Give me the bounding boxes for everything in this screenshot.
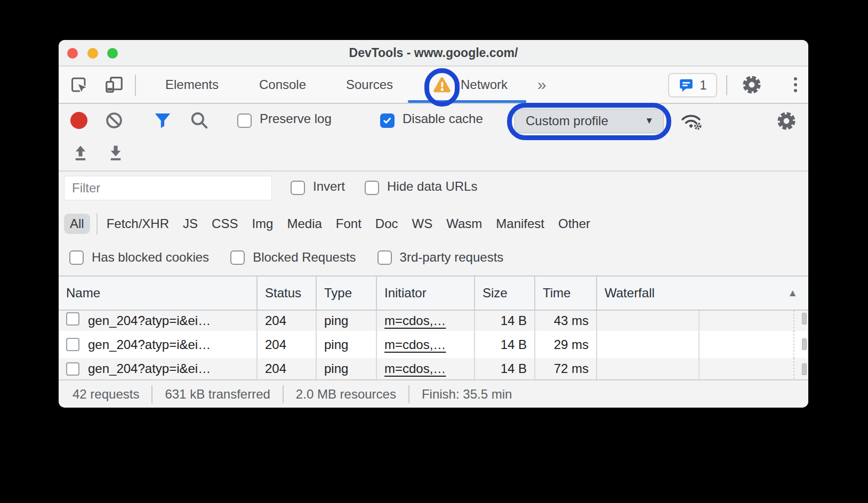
chevron-double-right-icon: » (537, 76, 546, 94)
issues-counter-button[interactable]: 1 (668, 73, 717, 98)
row-checkbox[interactable] (66, 338, 79, 351)
request-initiator-link[interactable]: m=cdos,… (384, 337, 446, 352)
har-toolbar (59, 137, 808, 172)
table-row[interactable]: gen_204?atyp=i&ei… 204 ping m=cdos,… 14 … (59, 358, 808, 379)
row-checkbox[interactable] (66, 362, 79, 376)
more-tabs-button[interactable]: » (531, 67, 553, 103)
search-icon (189, 110, 209, 130)
request-type: ping (317, 331, 377, 358)
request-status: 204 (258, 311, 317, 331)
select-arrow-icon: ▼ (645, 116, 654, 126)
wifi-gear-icon (680, 111, 702, 131)
block-icon (105, 111, 124, 130)
blocked-requests-checkbox[interactable]: Blocked Requests (230, 250, 356, 265)
type-filter-img[interactable]: Img (252, 216, 273, 231)
type-filter-other[interactable]: Other (558, 216, 590, 231)
request-size: 14 B (475, 311, 535, 331)
funnel-icon (152, 110, 173, 131)
filter-pane: Invert Hide data URLs All Fetch/XHR JS C… (59, 172, 808, 275)
divider (97, 213, 98, 234)
table-row[interactable]: gen_204?atyp=i&ei… 204 ping m=cdos,… 14 … (59, 311, 808, 331)
request-time: 29 ms (535, 331, 597, 358)
request-size: 14 B (475, 331, 535, 358)
tab-sources[interactable]: Sources (337, 67, 401, 103)
type-filter-doc[interactable]: Doc (375, 216, 398, 231)
request-type: ping (317, 358, 377, 379)
request-time: 43 ms (535, 311, 597, 331)
request-status: 204 (258, 331, 317, 358)
invert-checkbox[interactable] (291, 181, 305, 195)
column-header-initiator[interactable]: Initiator (377, 277, 475, 310)
devtools-tab-bar: Elements Console Sources Network » (59, 67, 808, 104)
third-party-requests-checkbox[interactable]: 3rd-party requests (377, 250, 504, 265)
request-initiator-link[interactable]: m=cdos,… (384, 361, 446, 376)
type-filter-manifest[interactable]: Manifest (496, 216, 544, 231)
export-har-button[interactable] (107, 144, 125, 162)
tab-elements[interactable]: Elements (163, 67, 221, 103)
inspect-element-icon[interactable] (68, 67, 90, 103)
type-filter-media[interactable]: Media (287, 216, 322, 231)
record-button[interactable] (70, 112, 87, 129)
resources-size: 2.0 MB resources (284, 387, 408, 402)
type-filter-fetch-xhr[interactable]: Fetch/XHR (107, 216, 169, 231)
import-har-button[interactable] (71, 144, 90, 162)
column-header-type[interactable]: Type (317, 277, 377, 310)
finish-time: Finish: 35.5 min (409, 387, 524, 402)
preserve-log-checkbox[interactable] (237, 113, 252, 128)
row-checkbox[interactable] (66, 312, 79, 326)
disable-cache-label[interactable]: Disable cache (403, 111, 483, 126)
devtools-window: DevTools - www.google.com/ Elements Cons… (59, 40, 808, 408)
tab-network[interactable]: Network (452, 67, 516, 103)
column-header-size[interactable]: Size (475, 277, 535, 310)
type-filter-js[interactable]: JS (183, 216, 198, 231)
resource-type-filters: All Fetch/XHR JS CSS Img Media Font Doc … (63, 207, 597, 241)
kebab-menu-icon[interactable] (788, 67, 803, 103)
request-name: gen_204?atyp=i&ei… (88, 361, 211, 376)
request-status: 204 (258, 358, 317, 379)
network-settings-gear-icon[interactable] (776, 111, 797, 131)
type-filter-font[interactable]: Font (336, 216, 361, 231)
clear-button[interactable] (105, 111, 124, 130)
waterfall-bar (802, 338, 807, 350)
request-initiator-link[interactable]: m=cdos,… (384, 313, 446, 328)
request-name: gen_204?atyp=i&ei… (88, 313, 211, 328)
type-filter-all[interactable]: All (64, 214, 90, 234)
waterfall-cell (597, 311, 808, 331)
settings-gear-icon[interactable] (741, 67, 762, 103)
request-time: 72 ms (535, 358, 597, 379)
issues-count: 1 (700, 78, 706, 93)
throttling-profile-select[interactable]: Custom profile ▼ (515, 109, 664, 133)
request-name: gen_204?atyp=i&ei… (88, 337, 211, 352)
window-title: DevTools - www.google.com/ (59, 40, 808, 66)
active-tab-underline (408, 100, 526, 103)
waterfall-bar (802, 313, 807, 324)
preserve-log-label[interactable]: Preserve log (260, 111, 332, 126)
disable-cache-checkbox[interactable] (380, 113, 395, 128)
divider (726, 75, 727, 95)
hide-data-urls-checkbox[interactable] (365, 181, 379, 195)
network-conditions-button[interactable] (680, 111, 702, 131)
column-header-waterfall[interactable]: Waterfall ▲ (597, 277, 808, 310)
type-filter-wasm[interactable]: Wasm (446, 216, 482, 231)
requests-table-header: Name Status Type Initiator Size Time Wat… (59, 275, 808, 311)
network-toolbar: Preserve log Disable cache Custom profil… (59, 104, 808, 137)
table-row[interactable]: gen_204?atyp=i&ei… 204 ping m=cdos,… 14 … (59, 331, 808, 358)
filter-input[interactable] (64, 176, 272, 200)
column-header-time[interactable]: Time (535, 277, 597, 310)
request-type: ping (317, 311, 377, 331)
filter-toggle-button[interactable] (152, 110, 173, 131)
chat-bubble-icon (678, 77, 694, 93)
search-button[interactable] (189, 110, 209, 130)
tab-console[interactable]: Console (253, 67, 312, 103)
hide-data-urls-label: Hide data URLs (387, 179, 477, 194)
column-header-status[interactable]: Status (258, 277, 317, 310)
type-filter-ws[interactable]: WS (412, 216, 433, 231)
download-icon (107, 144, 125, 162)
title-bar: DevTools - www.google.com/ (59, 40, 808, 67)
column-header-name[interactable]: Name (59, 277, 258, 310)
has-blocked-cookies-checkbox[interactable]: Has blocked cookies (69, 250, 209, 265)
sort-ascending-icon: ▲ (787, 287, 798, 299)
request-size: 14 B (475, 358, 535, 379)
type-filter-css[interactable]: CSS (212, 216, 238, 231)
device-toolbar-icon[interactable] (103, 67, 125, 103)
